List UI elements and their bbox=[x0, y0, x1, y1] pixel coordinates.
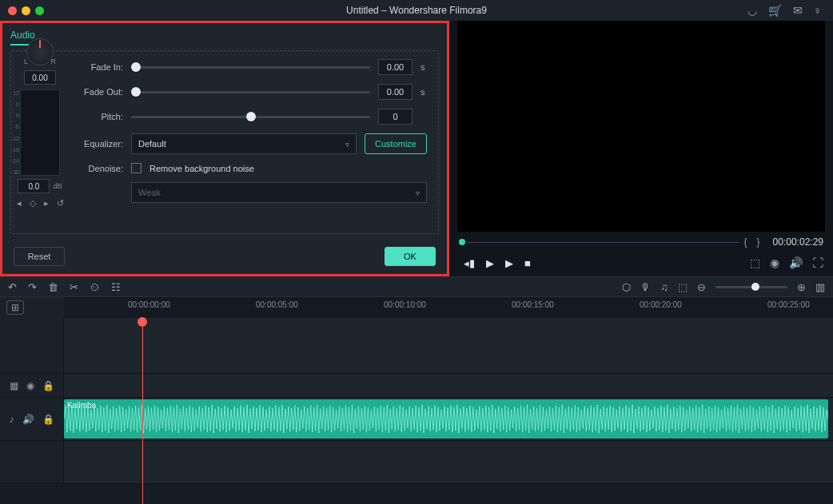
music-icon[interactable]: ♪ bbox=[10, 414, 14, 425]
pan-value[interactable]: 0.00 bbox=[24, 70, 56, 85]
add-track-button[interactable]: ⊞ bbox=[6, 300, 24, 315]
split-icon[interactable]: ✂ bbox=[70, 281, 78, 293]
mute-icon[interactable]: 🔊 bbox=[22, 414, 34, 425]
minimize-window-icon[interactable] bbox=[22, 6, 30, 15]
chevron-down-icon: ▿ bbox=[345, 140, 349, 149]
denoise-checkbox-label: Remove background noise bbox=[149, 164, 254, 173]
quality-icon[interactable]: ⬚ bbox=[750, 256, 760, 269]
add-keyframe-icon[interactable]: ◇ bbox=[30, 198, 36, 208]
fade-in-slider[interactable] bbox=[131, 66, 370, 69]
notification-icon[interactable]: ♀ bbox=[814, 4, 823, 17]
fade-out-input[interactable] bbox=[378, 84, 413, 100]
title-bar: Untitled – Wondershare Filmora9 ◡ 🛒 ✉ ♀ bbox=[0, 0, 833, 21]
fade-in-input[interactable] bbox=[378, 59, 413, 75]
window-controls bbox=[0, 6, 44, 15]
equalizer-label: Equalizer: bbox=[74, 139, 123, 149]
scrub-track[interactable] bbox=[467, 242, 739, 243]
zoom-in-icon[interactable]: ⊕ bbox=[797, 281, 806, 293]
timeline-toolbar: ↶ ↷ 🗑 ✂ ⏲ ☷ ⬡ 🎙 ♫ ⬚ ⊖ ⊕ ▥ bbox=[0, 276, 833, 297]
equalizer-select[interactable]: Default▿ bbox=[131, 133, 357, 154]
redo-icon[interactable]: ↷ bbox=[28, 281, 37, 293]
delete-icon[interactable]: 🗑 bbox=[48, 281, 58, 293]
customize-button[interactable]: Customize bbox=[365, 133, 427, 154]
denoise-checkbox[interactable] bbox=[131, 163, 141, 173]
scrub-playhead[interactable] bbox=[459, 239, 465, 245]
mail-icon[interactable]: ✉ bbox=[793, 4, 803, 17]
undo-icon[interactable]: ↶ bbox=[8, 281, 17, 293]
crop-icon[interactable]: ☷ bbox=[111, 281, 121, 293]
visibility-icon[interactable]: ◉ bbox=[26, 380, 34, 391]
track-manager-icon[interactable]: ▥ bbox=[815, 281, 825, 293]
snapshot-icon[interactable]: ◉ bbox=[770, 256, 779, 269]
video-track-header: ▦ ◉ 🔒 bbox=[0, 374, 833, 398]
voiceover-icon[interactable]: 🎙 bbox=[640, 281, 651, 293]
zoom-out-icon[interactable]: ⊖ bbox=[697, 281, 706, 293]
empty-track bbox=[0, 441, 833, 484]
chevron-down-icon: ▿ bbox=[416, 189, 420, 197]
next-keyframe-icon[interactable]: ▸ bbox=[44, 198, 49, 208]
reset-button[interactable]: Reset bbox=[14, 247, 65, 266]
fit-icon[interactable]: ⬚ bbox=[678, 281, 688, 293]
speed-icon[interactable]: ⏲ bbox=[90, 281, 100, 293]
lock-icon[interactable]: 🔒 bbox=[42, 380, 54, 391]
fade-out-slider[interactable] bbox=[131, 91, 370, 93]
video-preview bbox=[457, 21, 825, 232]
denoise-level-select: Weak▿ bbox=[131, 182, 427, 203]
prev-keyframe-icon[interactable]: ◂ bbox=[17, 198, 22, 208]
ok-button[interactable]: OK bbox=[385, 247, 436, 266]
fade-out-label: Fade Out: bbox=[74, 87, 123, 97]
video-track bbox=[0, 318, 833, 374]
denoise-label: Denoise: bbox=[74, 164, 123, 173]
reset-keyframe-icon[interactable]: ↺ bbox=[57, 198, 64, 208]
account-icon[interactable]: ◡ bbox=[747, 4, 757, 17]
next-frame-icon[interactable]: ▶ bbox=[505, 257, 513, 269]
pan-knob[interactable] bbox=[26, 38, 54, 65]
cart-icon[interactable]: 🛒 bbox=[768, 4, 782, 17]
pitch-label: Pitch: bbox=[74, 112, 123, 121]
maximize-window-icon[interactable] bbox=[35, 6, 44, 15]
timeline: ⊞ 00:00:00:00 00:00:05:00 00:00:10:00 00… bbox=[0, 297, 833, 504]
db-unit: dB bbox=[53, 182, 62, 190]
prev-frame-icon[interactable]: ◂▮ bbox=[464, 257, 475, 269]
zoom-slider[interactable] bbox=[715, 286, 787, 288]
audio-clip[interactable]: Kalimba bbox=[64, 399, 828, 439]
fullscreen-icon[interactable]: ⛶ bbox=[812, 256, 823, 269]
mark-out-icon[interactable]: } bbox=[757, 236, 760, 248]
play-icon[interactable]: ▶ bbox=[486, 257, 494, 269]
stop-icon[interactable]: ■ bbox=[524, 257, 531, 269]
window-title: Untitled – Wondershare Filmora9 bbox=[346, 5, 487, 16]
timeline-playhead[interactable] bbox=[142, 318, 143, 504]
timecode: 00:00:02:29 bbox=[773, 236, 823, 248]
audio-edit-panel: Audio LR 0.00 1260-6-12-18-24-30 0.0dB ◂… bbox=[0, 21, 449, 276]
pitch-slider[interactable] bbox=[131, 116, 370, 118]
lock-icon[interactable]: 🔒 bbox=[42, 414, 54, 425]
volume-icon[interactable]: 🔊 bbox=[789, 256, 803, 269]
marker-icon[interactable]: ⬡ bbox=[622, 281, 631, 293]
vu-meter: 1260-6-12-18-24-30 bbox=[20, 89, 60, 176]
filmstrip-icon[interactable]: ▦ bbox=[10, 380, 18, 391]
mixer-icon[interactable]: ♫ bbox=[660, 281, 668, 293]
time-ruler[interactable]: 00:00:00:00 00:00:05:00 00:00:10:00 00:0… bbox=[128, 297, 833, 318]
mark-in-icon[interactable]: { bbox=[744, 236, 747, 248]
close-window-icon[interactable] bbox=[8, 6, 17, 15]
pan-left-label: L bbox=[24, 58, 28, 65]
preview-pane: { } 00:00:02:29 ◂▮ ▶ ▶ ■ ⬚ ◉ 🔊 ⛶ bbox=[449, 21, 833, 276]
fade-in-label: Fade In: bbox=[74, 62, 123, 72]
audio-track: ♪ 🔊 🔒 Kalimba bbox=[0, 398, 833, 441]
pitch-input[interactable] bbox=[378, 109, 413, 125]
gain-value[interactable]: 0.0 bbox=[18, 179, 50, 193]
